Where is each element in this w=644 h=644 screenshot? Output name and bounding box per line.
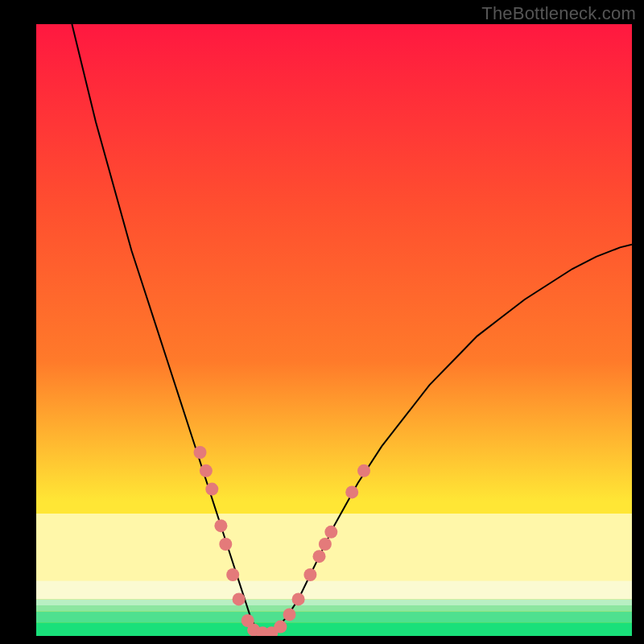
plot-area bbox=[36, 24, 632, 636]
data-marker bbox=[324, 526, 337, 539]
data-marker bbox=[303, 568, 316, 581]
data-marker bbox=[219, 538, 232, 551]
data-marker bbox=[313, 550, 326, 563]
data-marker bbox=[357, 464, 370, 477]
svg-rect-4 bbox=[36, 612, 632, 623]
data-marker bbox=[319, 538, 332, 551]
data-marker bbox=[233, 592, 246, 605]
data-marker bbox=[345, 485, 358, 498]
chart-frame: TheBottleneck.com bbox=[0, 0, 644, 644]
data-marker bbox=[283, 608, 296, 621]
data-marker bbox=[194, 446, 207, 459]
data-marker bbox=[214, 519, 227, 532]
svg-rect-1 bbox=[36, 581, 632, 600]
bottleneck-plot bbox=[36, 24, 632, 636]
data-marker bbox=[274, 621, 287, 634]
svg-rect-2 bbox=[36, 599, 632, 605]
watermark-text: TheBottleneck.com bbox=[481, 3, 636, 24]
svg-rect-5 bbox=[36, 622, 632, 636]
svg-rect-3 bbox=[36, 605, 632, 612]
data-marker bbox=[205, 483, 218, 496]
data-marker bbox=[292, 592, 305, 605]
data-marker bbox=[200, 464, 213, 477]
data-marker bbox=[226, 568, 239, 581]
